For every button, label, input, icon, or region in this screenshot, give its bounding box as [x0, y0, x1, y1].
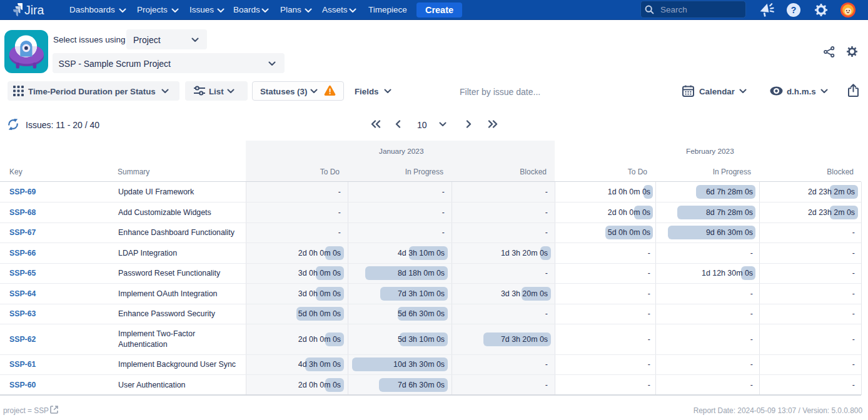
svg-text:?: ? — [791, 5, 797, 15]
